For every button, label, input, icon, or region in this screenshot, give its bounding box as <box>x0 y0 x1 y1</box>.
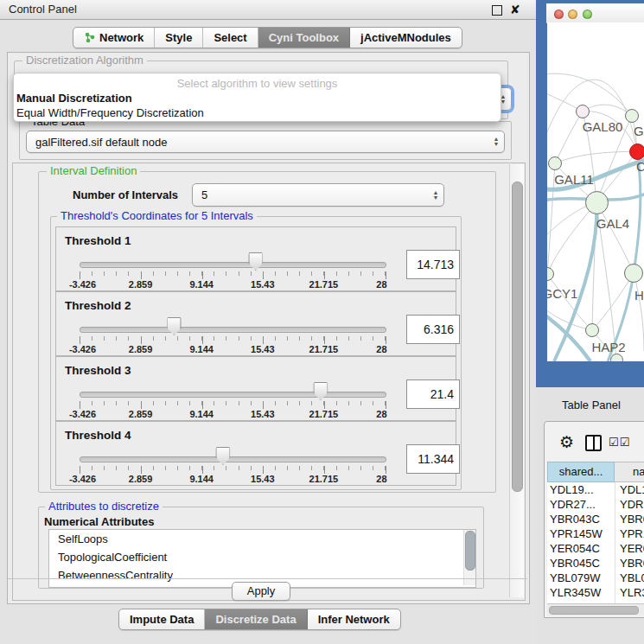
tick-label: 15.43 <box>251 279 275 290</box>
threshold-4-panel: Threshold 4 -3.426 2.859 9.144 15.43 21.… <box>55 421 456 486</box>
num-intervals-value: 5 <box>193 188 428 201</box>
threshold-3-ticks <box>80 401 386 409</box>
threshold-3-value-field[interactable]: 21.4 <box>406 379 460 409</box>
threshold-2-slider-thumb[interactable] <box>167 317 182 335</box>
algorithm-dropdown-popup: Select algorithm to view settings Manual… <box>13 73 501 122</box>
tick-label: 9.144 <box>189 409 214 419</box>
attributes-scrollbar-thumb[interactable] <box>465 531 475 571</box>
tick-label: 21.715 <box>309 409 339 419</box>
table-row[interactable]: YBR045CYBR0 <box>547 556 644 571</box>
tab-infer-network[interactable]: Infer Network <box>308 609 400 629</box>
network-canvas[interactable]: GAL80 GA C GAL11 GAL4 GCY1 H HAP2 <box>547 22 644 361</box>
tick-label: 9.144 <box>189 474 214 484</box>
tab-cyni-toolbox-label: Cyni Toolbox <box>269 28 339 48</box>
list-item[interactable]: SelfLoops <box>49 530 475 548</box>
network-node[interactable] <box>625 109 639 123</box>
tick-label: -3.426 <box>69 474 96 484</box>
network-icon <box>84 32 95 43</box>
column-header-shared[interactable]: shared... <box>547 462 615 482</box>
threshold-3-slider-thumb[interactable] <box>313 382 328 400</box>
close-traffic-light-icon[interactable] <box>554 10 564 19</box>
table-row[interactable]: YLR345WYLR3 <box>547 585 644 600</box>
tick-label: 21.715 <box>309 279 339 290</box>
node-label: C <box>636 159 644 174</box>
node-label: GCY1 <box>547 286 577 301</box>
tick-label: 2.859 <box>129 344 153 354</box>
tick-label: 28 <box>376 344 386 354</box>
attributes-group-title: Attributes to discretize <box>45 501 163 513</box>
close-icon[interactable]: ✘ <box>510 3 520 16</box>
apply-separator <box>8 578 527 579</box>
tab-cyni-toolbox[interactable]: Cyni Toolbox <box>258 28 350 48</box>
tab-discretize-data[interactable]: Discretize Data <box>205 609 307 629</box>
table-row[interactable]: YBR043CYBR0 <box>547 512 644 526</box>
table-data-selected: galFiltered.sif default node <box>27 136 488 149</box>
settings-scrollbar-thumb[interactable] <box>512 182 523 492</box>
table-row[interactable]: YPR145WYPR1 <box>547 526 644 541</box>
network-node[interactable] <box>624 264 643 283</box>
tab-impute-data[interactable]: Impute Data <box>119 609 205 629</box>
tick-label: -3.426 <box>69 279 96 290</box>
num-intervals-label: Number of Intervals <box>73 188 178 201</box>
tab-jactivemnodules-label: jActiveMNodules <box>360 28 451 48</box>
network-node[interactable] <box>585 191 609 214</box>
node-label: GAL80 <box>583 119 623 134</box>
apply-button[interactable]: Apply <box>232 582 290 601</box>
tab-impute-data-label: Impute Data <box>130 609 194 629</box>
table-row[interactable]: YDL19...YDL1 <box>547 482 644 497</box>
column-header-name[interactable]: name <box>615 462 644 482</box>
list-item[interactable]: TopologicalCoefficient <box>49 548 475 566</box>
tab-discretize-data-label: Discretize Data <box>215 609 296 629</box>
control-panel-window: Control Panel ✘ Network Style Select Cyn… <box>0 0 537 644</box>
zoom-traffic-light-icon[interactable] <box>583 10 592 19</box>
algorithm-group-title: Discretization Algorithm <box>22 54 147 67</box>
tick-label: -3.426 <box>69 409 96 419</box>
tick-label: -3.426 <box>69 344 96 354</box>
tick-label: 28 <box>376 474 386 484</box>
node-label: H <box>634 288 644 303</box>
dropdown-option-equal-width[interactable]: Equal Width/Frequency Discretization <box>16 106 204 119</box>
threshold-2-ticks <box>80 336 386 344</box>
threshold-1-value-field[interactable]: 14.713 <box>406 250 460 279</box>
control-panel-titlebar: Control Panel <box>0 0 536 20</box>
tab-select[interactable]: Select <box>203 28 258 48</box>
threshold-4-slider-thumb[interactable] <box>215 447 230 465</box>
table-row[interactable]: YDR27...YDR2 <box>547 497 644 512</box>
top-tab-bar: Network Style Select Cyni Toolbox jActiv… <box>73 27 462 48</box>
network-node-highlighted[interactable] <box>629 143 644 160</box>
network-node[interactable] <box>576 105 590 118</box>
numerical-attributes-label: Numerical Attributes <box>41 515 156 528</box>
dropdown-option-manual[interactable]: Manual Discretization <box>16 92 132 105</box>
network-node[interactable] <box>548 156 562 170</box>
gear-icon[interactable]: ⚙ <box>559 432 574 451</box>
table-row[interactable]: YBL079WYBL0 <box>547 571 644 585</box>
tab-network-label: Network <box>99 28 143 48</box>
thresholds-group-title: Threshold's Coordinates for 5 Intervals <box>57 210 257 222</box>
tab-network[interactable]: Network <box>73 28 155 48</box>
threshold-4-ticks <box>80 466 386 474</box>
tab-infer-network-label: Infer Network <box>318 609 390 629</box>
tab-jactivemnodules[interactable]: jActiveMNodules <box>350 28 462 48</box>
threshold-2-value-field[interactable]: 6.316 <box>406 315 460 344</box>
node-label: GA <box>634 124 644 138</box>
tab-style[interactable]: Style <box>155 28 203 48</box>
threshold-4-value-field[interactable]: 11.344 <box>406 444 460 474</box>
tick-label: 9.144 <box>189 344 214 354</box>
float-window-icon[interactable] <box>492 5 502 16</box>
split-columns-icon[interactable] <box>585 435 602 451</box>
threshold-2-panel: Threshold 2 -3.426 2.859 9.144 15.43 21.… <box>55 291 456 356</box>
table-hscrollbar-thumb[interactable] <box>549 606 639 615</box>
network-node[interactable] <box>610 354 623 361</box>
stepper-arrows-icon: ▲▼ <box>428 190 443 201</box>
dropdown-hint: Select algorithm to view settings <box>14 77 501 90</box>
threshold-1-panel: Threshold 1 -3.426 2.859 9.144 15.43 21.… <box>55 226 456 291</box>
num-intervals-combobox[interactable]: 5 ▲▼ <box>192 183 444 207</box>
threshold-1-slider-thumb[interactable] <box>248 252 263 271</box>
checkbox-icons[interactable]: ☑☑ <box>609 436 630 449</box>
table-panel-title: Table Panel <box>562 399 621 411</box>
minimize-traffic-light-icon[interactable] <box>568 10 577 19</box>
network-node[interactable] <box>585 323 599 337</box>
table-data-combobox[interactable]: galFiltered.sif default node ▲▼ <box>26 131 505 153</box>
interval-group-title: Interval Definition <box>47 165 140 177</box>
table-row[interactable]: YER054CYER0 <box>547 541 644 556</box>
